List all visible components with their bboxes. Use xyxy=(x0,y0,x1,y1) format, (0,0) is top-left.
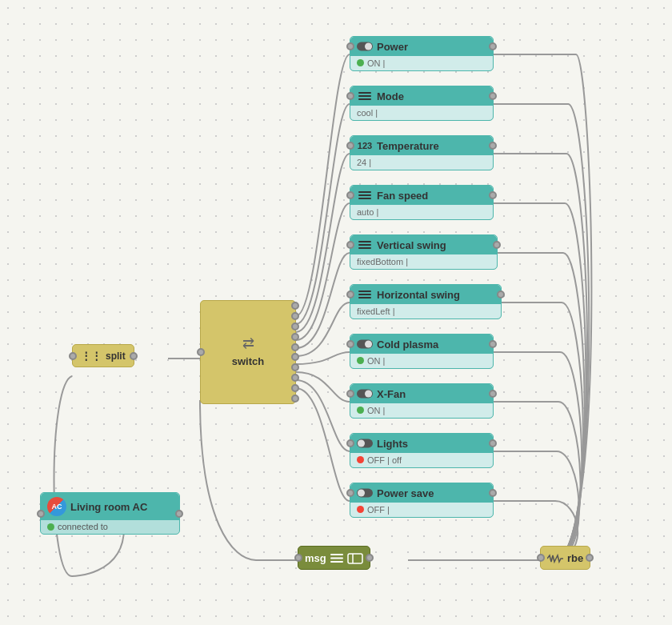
mode-label: Mode xyxy=(377,90,404,102)
ac-status-dot xyxy=(47,523,54,531)
svg-rect-2 xyxy=(358,92,371,94)
svg-point-21 xyxy=(358,489,365,496)
svg-rect-24 xyxy=(330,561,343,563)
cold-plasma-label: Cold plasma xyxy=(377,339,438,351)
switch-port-6 xyxy=(291,353,299,361)
switch-port-4 xyxy=(291,333,299,341)
power-status-dot xyxy=(357,59,364,66)
cold-plasma-node[interactable]: Cold plasma ON | xyxy=(350,334,494,369)
fan-speed-output-port xyxy=(489,191,497,199)
temperature-input-port xyxy=(346,142,354,150)
lights-status: OFF | off xyxy=(350,453,493,467)
power-status: ON | xyxy=(350,56,493,70)
rbe-wave-icon xyxy=(547,551,563,565)
power-header: Power xyxy=(350,37,493,56)
x-fan-toggle-icon xyxy=(357,387,373,400)
rbe-input-port xyxy=(537,554,545,562)
switch-port-5 xyxy=(291,343,299,351)
power-save-node[interactable]: Power save OFF | xyxy=(350,483,494,518)
rbe-output-port xyxy=(586,554,594,562)
svg-rect-22 xyxy=(330,554,343,555)
temperature-node[interactable]: 123 Temperature 24 | xyxy=(350,135,494,170)
fan-speed-label: Fan speed xyxy=(377,190,428,202)
split-label: split xyxy=(106,351,126,362)
ac-status-text: connected to xyxy=(58,522,108,531)
svg-rect-7 xyxy=(358,198,371,199)
mode-status: cool | xyxy=(350,106,493,120)
ac-avatar: AC xyxy=(47,497,66,516)
fan-list-icon xyxy=(357,189,373,202)
power-save-label: Power save xyxy=(377,487,434,499)
lights-node[interactable]: Lights OFF | off xyxy=(350,433,494,468)
horizontal-swing-header: Horizontal swing xyxy=(350,285,501,304)
svg-rect-6 xyxy=(358,194,371,196)
power-save-toggle-icon xyxy=(357,487,373,499)
horizontal-swing-node[interactable]: Horizontal swing fixedLeft | xyxy=(350,284,502,319)
x-fan-status-text: ON | xyxy=(367,406,385,415)
power-save-input-port xyxy=(346,489,354,497)
ac-input-port xyxy=(37,510,45,518)
msg-output-port xyxy=(366,554,374,562)
split-input-port xyxy=(69,352,77,360)
power-output-port xyxy=(489,42,497,50)
switch-port-8 xyxy=(291,374,299,382)
vertical-swing-status: fixedBottom | xyxy=(350,254,497,269)
ac-label: Living room AC xyxy=(70,501,147,513)
cold-plasma-status-dot xyxy=(357,357,364,364)
list-icon xyxy=(357,90,373,102)
switch-port-1 xyxy=(291,302,299,310)
split-node[interactable]: ⋮⋮ split xyxy=(72,344,134,367)
vertical-swing-input-port xyxy=(346,241,354,249)
living-room-ac-node[interactable]: AC Living room AC connected to xyxy=(40,492,180,535)
lights-status-text: OFF | off xyxy=(367,455,402,465)
temperature-label: Temperature xyxy=(377,140,439,152)
ac-output-port xyxy=(175,510,183,518)
ac-header: AC Living room AC xyxy=(41,493,179,520)
split-output-port xyxy=(130,352,138,360)
svg-rect-12 xyxy=(358,294,371,295)
switch-port-10 xyxy=(291,395,299,403)
svg-rect-9 xyxy=(358,244,371,246)
svg-rect-10 xyxy=(358,247,371,249)
fan-speed-status-text: auto | xyxy=(357,207,378,217)
horizontal-swing-output-port xyxy=(497,290,505,298)
horizontal-swing-label: Horizontal swing xyxy=(377,289,460,301)
horizontal-list-icon xyxy=(357,288,373,301)
vertical-swing-status-text: fixedBottom | xyxy=(357,257,408,266)
switch-label: switch xyxy=(224,352,272,371)
vertical-swing-node[interactable]: Vertical swing fixedBottom | xyxy=(350,234,498,270)
power-node[interactable]: Power ON | xyxy=(350,36,494,71)
x-fan-node[interactable]: X-Fan ON | xyxy=(350,383,494,419)
vertical-list-icon xyxy=(357,238,373,251)
mode-header: Mode xyxy=(350,86,493,106)
temperature-output-port xyxy=(489,142,497,150)
x-fan-status: ON | xyxy=(350,403,493,418)
power-input-port xyxy=(346,42,354,50)
horizontal-swing-status-text: fixedLeft | xyxy=(357,306,395,316)
rbe-label: rbe xyxy=(567,552,583,564)
msg-list-icon xyxy=(330,551,343,565)
power-label: Power xyxy=(377,41,408,53)
lights-status-dot xyxy=(357,456,364,463)
svg-point-19 xyxy=(358,439,365,447)
fan-speed-node[interactable]: Fan speed auto | xyxy=(350,185,494,220)
rbe-node[interactable]: rbe xyxy=(540,546,590,570)
msg-node[interactable]: msg xyxy=(298,546,370,570)
mode-node[interactable]: Mode cool | xyxy=(350,86,494,121)
horizontal-swing-status: fixedLeft | xyxy=(350,304,501,319)
svg-rect-4 xyxy=(358,98,371,100)
fan-speed-status: auto | xyxy=(350,205,493,219)
x-fan-output-port xyxy=(489,390,497,398)
split-icon: ⋮⋮ xyxy=(81,350,102,362)
vertical-swing-output-port xyxy=(493,241,501,249)
toggle-icon xyxy=(357,40,373,53)
lights-toggle-icon xyxy=(357,437,373,450)
lights-input-port xyxy=(346,439,354,447)
switch-node[interactable]: ⇄ switch xyxy=(200,300,296,404)
power-save-status-dot xyxy=(357,506,364,513)
temperature-header: 123 Temperature xyxy=(350,136,493,155)
x-fan-header: X-Fan xyxy=(350,384,493,403)
switch-port-7 xyxy=(291,363,299,371)
msg-input-port xyxy=(294,554,302,562)
switch-icon: ⇄ xyxy=(242,335,254,352)
